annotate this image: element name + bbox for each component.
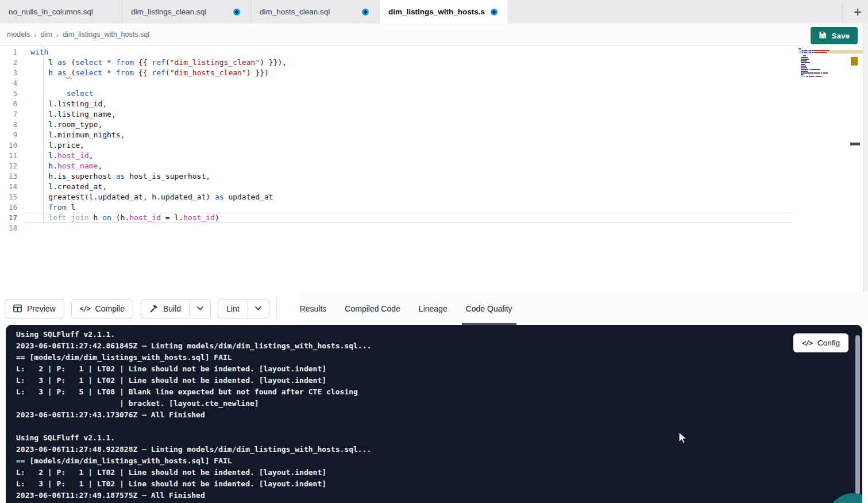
minimap-line [798, 53, 851, 55]
tab-code-quality[interactable]: Code Quality [466, 292, 512, 325]
config-button[interactable]: </> Config [793, 333, 848, 352]
tab-lineage[interactable]: Lineage [419, 292, 447, 325]
line-number: 12 [0, 161, 17, 171]
line-number: 16 [0, 202, 17, 213]
code-editor[interactable]: 1with2 l as (select * from {{ ref("dim_l… [0, 46, 863, 292]
breadcrumb-segment[interactable]: dim [41, 30, 52, 39]
code-icon: </> [802, 339, 812, 347]
code-line[interactable]: 1with [0, 47, 793, 57]
tab-results[interactable]: Results [300, 292, 327, 325]
code-text: h.host_name, [30, 161, 102, 171]
editor-scroll-indicator[interactable] [850, 143, 860, 145]
minimap-line [798, 71, 851, 72]
minimap-line [798, 72, 851, 74]
editor-tab[interactable]: dim_hosts_clean.sql [251, 0, 380, 24]
line-number: 13 [0, 171, 17, 182]
line-number: 8 [0, 120, 17, 130]
code-line[interactable]: 11 l.host_id, [0, 151, 793, 161]
line-number: 6 [0, 99, 17, 109]
code-line[interactable]: 18 [0, 223, 793, 233]
code-line[interactable]: 6 l.listing_id, [0, 99, 793, 109]
lint-marker [851, 57, 858, 66]
editor-tab-bar: no_nulls_in_columns.sqldim_listings_clea… [0, 0, 868, 24]
code-line[interactable]: 16 from l [0, 202, 793, 213]
line-number: 11 [0, 151, 17, 161]
code-line[interactable]: 17 left join h on (h.host_id = l.host_id… [0, 213, 793, 223]
minimap-line [798, 74, 851, 75]
code-line[interactable]: 13 h.is_superhost as host_is_superhost, [0, 171, 793, 182]
minimap-line [798, 67, 851, 68]
code-text: with [30, 47, 48, 57]
chevron-right-icon: › [56, 30, 59, 39]
minimap-line [798, 55, 851, 56]
line-number: 14 [0, 182, 17, 192]
terminal-scrollbar[interactable] [855, 335, 860, 495]
code-text: l.created_at, [30, 182, 107, 192]
minimap-line [798, 52, 851, 53]
minimap-line [798, 60, 851, 62]
code-line[interactable]: 9 l.minimum_nights, [0, 130, 793, 140]
code-text: greatest(l.updated_at, h.updated_at) as … [30, 192, 273, 202]
minimap-line [798, 66, 851, 67]
code-line[interactable]: 4 [0, 78, 793, 89]
toolbar-divider [276, 297, 277, 320]
code-line[interactable]: 7 l.listing_name, [0, 109, 793, 120]
code-text: l.price, [30, 140, 84, 151]
code-text: from l [30, 202, 75, 213]
line-number: 9 [0, 130, 17, 140]
code-line[interactable]: 12 h.host_name, [0, 161, 793, 171]
code-text: left join h on (h.host_id = l.host_id) [30, 213, 219, 223]
save-button[interactable]: Save [811, 27, 858, 44]
code-line[interactable]: 3 h as (select * from {{ ref("dim_hosts_… [0, 68, 793, 78]
terminal-output: Using SQLFluff v2.1.1. 2023-06-06T11:27:… [6, 325, 862, 501]
code-line[interactable]: 10 l.price, [0, 140, 793, 151]
minimap-line [798, 69, 851, 70]
minimap-line [798, 62, 851, 63]
terminal-panel[interactable]: Using SQLFluff v2.1.1. 2023-06-06T11:27:… [6, 325, 862, 503]
code-line[interactable]: 14 l.created_at, [0, 182, 793, 192]
code-text: l.minimum_nights, [30, 130, 125, 140]
build-button[interactable]: Build [141, 299, 189, 318]
preview-label: Preview [27, 304, 56, 313]
tab-compiled-code[interactable]: Compiled Code [345, 292, 400, 325]
minimap-line [798, 64, 851, 65]
code-text: l.host_id, [30, 151, 94, 161]
minimap-line [798, 57, 851, 58]
breadcrumb-segment[interactable]: dim_listings_with_hosts.sql [63, 30, 149, 39]
lint-squiggle-icon [65, 76, 72, 79]
code-line[interactable]: 5 select [0, 89, 793, 99]
tab-label: dim_listings_with_hosts.sql [388, 7, 485, 16]
line-number: 4 [0, 78, 17, 89]
unsaved-dot-icon [233, 9, 240, 16]
code-text: select [30, 89, 94, 99]
config-label: Config [817, 339, 840, 347]
line-number: 7 [0, 109, 17, 120]
compile-button[interactable]: </> Compile [71, 299, 133, 318]
line-number: 10 [0, 140, 17, 151]
lint-button[interactable]: Lint [218, 299, 248, 318]
build-options-chevron-icon[interactable] [189, 299, 211, 318]
new-tab-button[interactable]: + [847, 0, 868, 24]
line-number: 3 [0, 68, 17, 78]
preview-button[interactable]: Preview [5, 299, 64, 318]
code-text: l as (select * from {{ ref("dim_listings… [30, 57, 287, 68]
lint-options-chevron-icon[interactable] [248, 299, 269, 318]
code-text: l.listing_id, [30, 99, 107, 109]
code-line[interactable]: 15 greatest(l.updated_at, h.updated_at) … [0, 192, 793, 202]
save-label: Save [831, 32, 850, 40]
breadcrumb-segment[interactable]: models [7, 30, 30, 39]
line-number: 1 [0, 47, 17, 57]
code-text: l.room_type, [30, 120, 102, 130]
code-line[interactable]: 8 l.room_type, [0, 120, 793, 130]
editor-tab[interactable]: dim_listings_clean.sql [122, 0, 251, 24]
build-label: Build [163, 304, 181, 313]
editor-tab[interactable]: no_nulls_in_columns.sql [0, 0, 122, 24]
minimap-line [798, 78, 851, 79]
code-line[interactable]: 2 l as (select * from {{ ref("dim_listin… [0, 57, 793, 68]
minimap[interactable] [798, 48, 851, 79]
code-text: l.listing_name, [30, 109, 116, 120]
editor-tab[interactable]: dim_listings_with_hosts.sql [380, 0, 508, 24]
hammer-icon [149, 304, 158, 313]
file-header-row: models›dim›dim_listings_with_hosts.sql S… [0, 24, 868, 46]
floppy-icon [819, 31, 827, 41]
